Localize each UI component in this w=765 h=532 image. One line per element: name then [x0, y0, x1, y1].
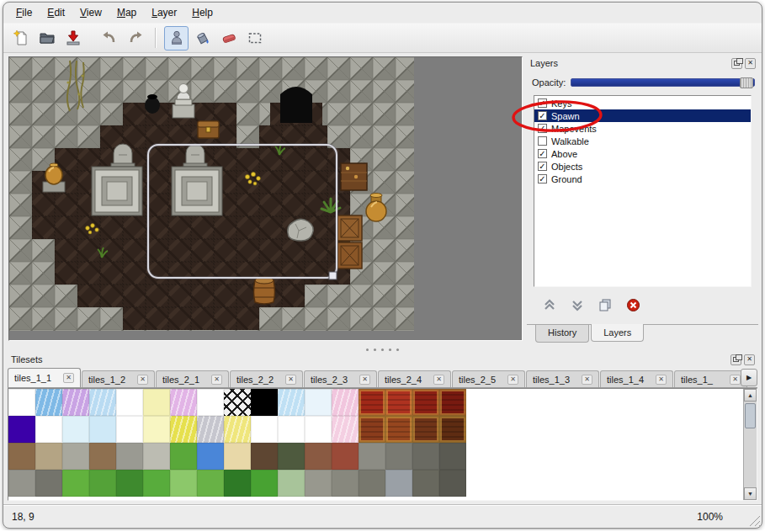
layer-checkbox[interactable]: ✓ [538, 174, 547, 184]
tile[interactable] [197, 470, 224, 497]
raise-layer-button[interactable] [542, 297, 557, 312]
tile[interactable] [143, 389, 170, 416]
menu-help[interactable]: Help [184, 4, 220, 21]
undo-button[interactable] [97, 26, 121, 51]
tile[interactable] [359, 416, 385, 443]
save-button[interactable] [61, 26, 85, 51]
tile[interactable] [385, 389, 412, 416]
menu-view[interactable]: View [72, 4, 109, 21]
layer-checkbox[interactable]: ✓ [538, 124, 547, 133]
layer-row-spawn[interactable]: ✓ Spawn [534, 109, 751, 122]
tileset-tab[interactable]: tiles_1_3 ✕ [526, 370, 599, 387]
tile[interactable] [278, 416, 305, 443]
tile[interactable] [143, 416, 170, 443]
duplicate-layer-button[interactable] [598, 297, 613, 312]
tab-history[interactable]: History [535, 325, 589, 343]
close-icon[interactable]: ✕ [63, 373, 74, 383]
tile[interactable] [89, 443, 116, 470]
map-viewport[interactable] [8, 56, 523, 341]
layer-checkbox[interactable]: ✓ [538, 98, 547, 108]
menu-file[interactable]: File [8, 4, 40, 21]
tile[interactable] [224, 416, 251, 443]
tile[interactable] [251, 470, 278, 497]
layer-row-walkable[interactable]: Walkable [534, 135, 751, 147]
tile[interactable] [143, 443, 170, 470]
opacity-slider[interactable] [571, 78, 755, 87]
tile[interactable] [251, 416, 278, 443]
close-icon[interactable]: ✕ [582, 375, 592, 385]
tile[interactable] [412, 443, 439, 470]
eraser-tool-button[interactable] [216, 26, 241, 51]
tile[interactable] [8, 443, 35, 470]
tile[interactable] [224, 389, 251, 416]
tile[interactable] [224, 470, 251, 497]
layer-row-keys[interactable]: ✓ Keys [534, 97, 751, 109]
menu-edit[interactable]: Edit [40, 4, 72, 21]
scrollbar-thumb[interactable] [745, 403, 756, 428]
tile[interactable] [332, 416, 359, 443]
close-icon[interactable]: ✕ [285, 375, 296, 385]
delete-layer-button[interactable] [625, 297, 640, 312]
tile[interactable] [332, 443, 359, 470]
tile[interactable] [412, 470, 439, 497]
close-icon[interactable]: ✕ [433, 375, 444, 385]
scroll-up-button[interactable]: ▲ [744, 389, 757, 402]
tileset-tab[interactable]: tiles_2_2 ✕ [230, 370, 303, 387]
scroll-tabs-right-button[interactable]: ▶ [741, 369, 757, 386]
tile[interactable] [359, 470, 385, 497]
tile[interactable] [116, 470, 143, 497]
tile[interactable] [89, 470, 116, 497]
tileset-tab[interactable]: tiles_1_1 ✕ [8, 368, 81, 387]
tileset-tab[interactable]: tiles_2_1 ✕ [156, 370, 229, 387]
close-icon[interactable]: ✕ [211, 375, 222, 385]
tile[interactable] [385, 443, 412, 470]
tile[interactable] [35, 416, 62, 443]
selection-handle[interactable] [329, 272, 337, 279]
tile[interactable] [62, 416, 89, 443]
tile[interactable] [116, 389, 143, 416]
tile[interactable] [35, 389, 62, 416]
float-panel-button[interactable] [731, 58, 742, 69]
redo-button[interactable] [123, 26, 147, 51]
layer-checkbox[interactable]: ✓ [538, 111, 547, 120]
tileset-scrollbar[interactable]: ▲ ▼ [743, 389, 757, 500]
tile[interactable] [35, 443, 62, 470]
tile[interactable] [197, 416, 224, 443]
menu-map[interactable]: Map [109, 4, 144, 21]
layer-checkbox[interactable]: ✓ [538, 162, 547, 171]
tile[interactable] [439, 443, 466, 470]
fill-tool-button[interactable] [190, 26, 215, 51]
tile[interactable] [412, 389, 439, 416]
tile[interactable] [251, 443, 278, 470]
tile[interactable] [8, 470, 35, 497]
close-icon[interactable]: ✕ [137, 375, 148, 385]
tile[interactable] [170, 389, 197, 416]
tile[interactable] [278, 389, 305, 416]
close-icon[interactable]: ✕ [656, 375, 667, 385]
stamp-tool-button[interactable] [164, 26, 189, 51]
tileset-tab[interactable]: tiles_1_ ✕ [674, 370, 747, 387]
map-canvas[interactable] [9, 57, 414, 331]
tile[interactable] [412, 416, 439, 443]
opacity-slider-handle[interactable] [740, 77, 753, 88]
tile[interactable] [8, 389, 35, 416]
layer-row-objects[interactable]: ✓ Objects [534, 160, 751, 173]
open-button[interactable] [35, 26, 59, 51]
tile[interactable] [197, 443, 224, 470]
layer-checkbox[interactable]: ✓ [538, 149, 547, 158]
tile[interactable] [62, 389, 89, 416]
tile[interactable] [439, 389, 466, 416]
tile[interactable] [170, 470, 197, 497]
close-icon[interactable]: ✕ [730, 375, 741, 385]
close-icon[interactable]: ✕ [359, 375, 370, 385]
lower-layer-button[interactable] [570, 297, 585, 312]
tile[interactable] [116, 416, 143, 443]
tile[interactable] [278, 443, 305, 470]
layer-row-above[interactable]: ✓ Above [534, 147, 751, 160]
scroll-down-button[interactable]: ▼ [744, 487, 757, 500]
tile[interactable] [359, 443, 385, 470]
tile[interactable] [170, 416, 197, 443]
tileset-tab[interactable]: tiles_1_2 ✕ [82, 370, 155, 387]
resize-grip[interactable] [748, 514, 760, 526]
select-tool-button[interactable] [242, 26, 267, 51]
